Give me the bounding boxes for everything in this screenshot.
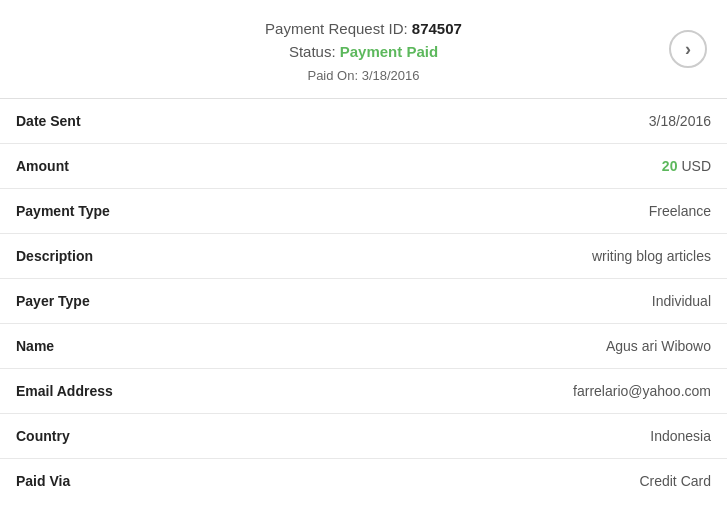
next-button[interactable]: › [669, 30, 707, 68]
value-paid-via: Credit Card [639, 473, 711, 489]
value-payment-type: Freelance [649, 203, 711, 219]
value-date-sent: 3/18/2016 [649, 113, 711, 129]
paid-on-value: 3/18/2016 [362, 68, 420, 83]
value-description: writing blog articles [592, 248, 711, 264]
amount-currency: USD [681, 158, 711, 174]
detail-row-amount: Amount20USD [0, 144, 727, 189]
paid-on-label: Paid On: [307, 68, 358, 83]
label-email: Email Address [16, 383, 113, 399]
detail-row-email: Email Addressfarrelario@yahoo.com [0, 369, 727, 414]
amount-number: 20 [662, 158, 678, 174]
detail-row-payer-type: Payer TypeIndividual [0, 279, 727, 324]
label-payment-type: Payment Type [16, 203, 110, 219]
detail-row-paid-via: Paid ViaCredit Card [0, 459, 727, 503]
detail-row-name: NameAgus ari Wibowo [0, 324, 727, 369]
label-paid-via: Paid Via [16, 473, 70, 489]
detail-row-payment-type: Payment TypeFreelance [0, 189, 727, 234]
detail-row-country: CountryIndonesia [0, 414, 727, 459]
detail-row-date-sent: Date Sent3/18/2016 [0, 99, 727, 144]
label-country: Country [16, 428, 70, 444]
value-name: Agus ari Wibowo [606, 338, 711, 354]
status-value: Payment Paid [340, 43, 438, 60]
value-email: farrelario@yahoo.com [573, 383, 711, 399]
chevron-right-icon: › [685, 39, 691, 60]
value-country: Indonesia [650, 428, 711, 444]
paid-on-line: Paid On: 3/18/2016 [60, 68, 667, 83]
payment-id-label: Payment Request ID: [265, 20, 408, 37]
payment-id-line: Payment Request ID: 874507 [60, 20, 667, 37]
detail-row-description: Descriptionwriting blog articles [0, 234, 727, 279]
header-section: Payment Request ID: 874507 Status: Payme… [0, 0, 727, 99]
label-payer-type: Payer Type [16, 293, 90, 309]
value-payer-type: Individual [652, 293, 711, 309]
status-label: Status: [289, 43, 336, 60]
label-amount: Amount [16, 158, 69, 174]
status-line: Status: Payment Paid [60, 43, 667, 60]
label-date-sent: Date Sent [16, 113, 81, 129]
label-name: Name [16, 338, 54, 354]
payment-id-value: 874507 [412, 20, 462, 37]
label-description: Description [16, 248, 93, 264]
detail-table: Date Sent3/18/2016Amount20USDPayment Typ… [0, 99, 727, 503]
value-amount: 20USD [662, 158, 711, 174]
